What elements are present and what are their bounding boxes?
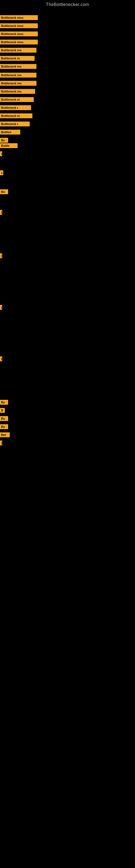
bar-label: Bottleneck r [0, 122, 30, 126]
bar-row: Bottlen [0, 130, 21, 134]
bar-label: Bottleneck resu [0, 23, 38, 28]
bar-label: Bottleneck resu [0, 31, 38, 36]
bar-label: | [0, 356, 2, 361]
bar-label: | [0, 440, 2, 445]
bar-row: | [0, 151, 3, 156]
bar-row: Bottleneck re [0, 113, 34, 118]
bar-label: | [0, 210, 2, 215]
bar-label: | [0, 305, 2, 310]
bar-row: | [0, 253, 3, 258]
bar-row: Bottleneck r [0, 122, 31, 126]
site-title: TheBottlenecker.com [0, 0, 135, 8]
bar-label: c [0, 170, 3, 175]
bar-row: Bottleneck res [0, 89, 36, 94]
bar-row: Bottleneck resu [0, 15, 39, 20]
bar-row: | [0, 356, 3, 361]
bar-label: Bottlen [0, 130, 20, 134]
bar-row: Bo [0, 400, 9, 405]
bar-label: Bottleneck res [0, 73, 37, 78]
bar-label: Bottleneck resu [0, 40, 38, 44]
bar-row: Bottleneck r [0, 105, 32, 110]
bar-row: B [0, 408, 6, 413]
bar-row: Bottleneck res [0, 81, 38, 86]
bar-label: | [0, 253, 2, 258]
bar-label: Bottleneck res [0, 48, 37, 53]
bar-label: B [0, 408, 5, 413]
bar-label: Bo [0, 138, 8, 143]
bar-label: Bo [0, 400, 8, 405]
bar-label: Bottleneck re [0, 113, 32, 118]
bar-label: | [0, 151, 2, 156]
bar-label: Bot [0, 432, 10, 437]
bar-row: Bottleneck re [0, 56, 36, 61]
bar-row: Bot [0, 432, 11, 437]
bar-label: Bottleneck res [0, 89, 35, 94]
bar-row: | [0, 210, 3, 215]
bar-label: Bottleneck res [0, 64, 37, 69]
bar-row: Bottleneck res [0, 64, 38, 69]
bar-row: c [0, 170, 4, 175]
bar-label: Bo [0, 424, 8, 429]
bar-label: Bo [0, 416, 8, 421]
bar-row: Bottleneck re [0, 97, 35, 102]
bar-label: Bottleneck r [0, 105, 31, 110]
bar-row: Bottleneck res [0, 48, 38, 53]
bar-label: Bottle [0, 143, 17, 148]
bar-row: Bottleneck resu [0, 31, 39, 36]
bar-row: Bo [0, 189, 9, 194]
bar-row: | [0, 440, 3, 445]
bar-label: Bottleneck resu [0, 15, 38, 20]
bar-row: Bottleneck resu [0, 40, 39, 44]
bar-label: Bottleneck re [0, 56, 35, 61]
bar-row: | [0, 305, 3, 310]
bar-label: Bo [0, 189, 8, 194]
bar-row: Bottleneck res [0, 73, 38, 78]
bar-row: Bottle [0, 143, 18, 148]
bar-row: Bottleneck resu [0, 23, 39, 28]
bar-label: Bottleneck re [0, 97, 34, 102]
bar-row: Bo [0, 138, 9, 143]
bar-row: Bo [0, 416, 9, 421]
bar-label: Bottleneck res [0, 81, 37, 86]
bar-row: Bo [0, 424, 9, 429]
